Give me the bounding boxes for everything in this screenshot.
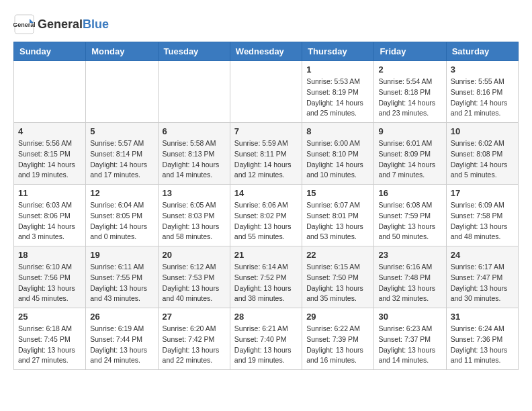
day-info: Sunrise: 6:03 AMSunset: 8:06 PMDaylight:…: [18, 200, 81, 242]
calendar-week-2: 4Sunrise: 5:56 AMSunset: 8:15 PMDaylight…: [14, 123, 519, 185]
header-wednesday: Wednesday: [230, 42, 302, 61]
calendar-cell: 18Sunrise: 6:10 AMSunset: 7:56 PMDayligh…: [14, 246, 86, 308]
calendar-cell: 14Sunrise: 6:06 AMSunset: 8:02 PMDayligh…: [230, 185, 302, 246]
calendar-cell: 12Sunrise: 6:04 AMSunset: 8:05 PMDayligh…: [86, 185, 158, 246]
day-number: 15: [306, 188, 369, 198]
calendar-cell: 24Sunrise: 6:17 AMSunset: 7:47 PMDayligh…: [446, 246, 518, 308]
calendar-cell: 29Sunrise: 6:22 AMSunset: 7:39 PMDayligh…: [302, 308, 374, 370]
calendar-cell: 22Sunrise: 6:15 AMSunset: 7:50 PMDayligh…: [302, 246, 374, 308]
day-info: Sunrise: 6:11 AMSunset: 7:55 PMDaylight:…: [90, 262, 153, 304]
calendar-cell: 19Sunrise: 6:11 AMSunset: 7:55 PMDayligh…: [86, 246, 158, 308]
calendar-cell: [14, 61, 86, 123]
header-tuesday: Tuesday: [158, 42, 230, 61]
day-number: 7: [234, 126, 298, 136]
calendar-cell: 13Sunrise: 6:05 AMSunset: 8:03 PMDayligh…: [158, 185, 230, 246]
calendar-header-row: SundayMondayTuesdayWednesdayThursdayFrid…: [14, 42, 519, 61]
logo: General GeneralBlue: [13, 13, 109, 35]
day-info: Sunrise: 5:58 AMSunset: 8:13 PMDaylight:…: [163, 138, 226, 181]
day-info: Sunrise: 5:56 AMSunset: 8:15 PMDaylight:…: [18, 138, 81, 181]
day-number: 25: [18, 312, 81, 322]
day-number: 24: [451, 250, 514, 260]
calendar-cell: 2Sunrise: 5:54 AMSunset: 8:18 PMDaylight…: [374, 61, 446, 123]
calendar-cell: [86, 61, 158, 123]
day-info: Sunrise: 5:57 AMSunset: 8:14 PMDaylight:…: [90, 138, 153, 181]
day-number: 23: [378, 250, 441, 260]
day-number: 17: [451, 188, 514, 198]
day-info: Sunrise: 6:23 AMSunset: 7:37 PMDaylight:…: [378, 324, 441, 366]
day-info: Sunrise: 6:04 AMSunset: 8:05 PMDaylight:…: [90, 200, 153, 242]
calendar-week-5: 25Sunrise: 6:18 AMSunset: 7:45 PMDayligh…: [14, 308, 519, 370]
day-number: 11: [18, 188, 81, 198]
day-info: Sunrise: 5:54 AMSunset: 8:18 PMDaylight:…: [378, 77, 441, 119]
calendar-week-1: 1Sunrise: 5:53 AMSunset: 8:19 PMDaylight…: [14, 61, 519, 123]
calendar-cell: 23Sunrise: 6:16 AMSunset: 7:48 PMDayligh…: [374, 246, 446, 308]
calendar-cell: 30Sunrise: 6:23 AMSunset: 7:37 PMDayligh…: [374, 308, 446, 370]
calendar-cell: 26Sunrise: 6:19 AMSunset: 7:44 PMDayligh…: [86, 308, 158, 370]
day-info: Sunrise: 6:00 AMSunset: 8:10 PMDaylight:…: [306, 138, 369, 181]
day-number: 13: [163, 188, 226, 198]
day-number: 21: [234, 250, 298, 260]
day-number: 28: [234, 312, 298, 322]
day-info: Sunrise: 6:21 AMSunset: 7:40 PMDaylight:…: [234, 324, 298, 366]
calendar-cell: 31Sunrise: 6:24 AMSunset: 7:36 PMDayligh…: [446, 308, 518, 370]
day-number: 31: [451, 312, 514, 322]
header-saturday: Saturday: [446, 42, 518, 61]
calendar-cell: 3Sunrise: 5:55 AMSunset: 8:16 PMDaylight…: [446, 61, 518, 123]
day-number: 14: [234, 188, 298, 198]
day-number: 2: [378, 64, 441, 75]
day-info: Sunrise: 6:12 AMSunset: 7:53 PMDaylight:…: [163, 262, 226, 304]
day-info: Sunrise: 6:01 AMSunset: 8:09 PMDaylight:…: [378, 138, 441, 181]
day-info: Sunrise: 5:55 AMSunset: 8:16 PMDaylight:…: [451, 77, 514, 119]
day-number: 3: [451, 64, 514, 75]
calendar-cell: 4Sunrise: 5:56 AMSunset: 8:15 PMDaylight…: [14, 123, 86, 185]
day-info: Sunrise: 6:09 AMSunset: 7:58 PMDaylight:…: [451, 200, 514, 242]
calendar-cell: 1Sunrise: 5:53 AMSunset: 8:19 PMDaylight…: [302, 61, 374, 123]
day-info: Sunrise: 6:10 AMSunset: 7:56 PMDaylight:…: [18, 262, 81, 304]
day-number: 30: [378, 312, 441, 322]
day-info: Sunrise: 6:24 AMSunset: 7:36 PMDaylight:…: [451, 324, 514, 366]
day-info: Sunrise: 6:19 AMSunset: 7:44 PMDaylight:…: [90, 324, 153, 366]
calendar-cell: 8Sunrise: 6:00 AMSunset: 8:10 PMDaylight…: [302, 123, 374, 185]
day-info: Sunrise: 6:17 AMSunset: 7:47 PMDaylight:…: [451, 262, 514, 304]
calendar-week-3: 11Sunrise: 6:03 AMSunset: 8:06 PMDayligh…: [14, 185, 519, 246]
calendar-cell: 28Sunrise: 6:21 AMSunset: 7:40 PMDayligh…: [230, 308, 302, 370]
day-info: Sunrise: 6:05 AMSunset: 8:03 PMDaylight:…: [163, 200, 226, 242]
page-header: General GeneralBlue: [13, 13, 519, 35]
day-info: Sunrise: 6:14 AMSunset: 7:52 PMDaylight:…: [234, 262, 298, 304]
day-info: Sunrise: 6:07 AMSunset: 8:01 PMDaylight:…: [306, 200, 369, 242]
calendar-cell: 6Sunrise: 5:58 AMSunset: 8:13 PMDaylight…: [158, 123, 230, 185]
calendar-cell: 25Sunrise: 6:18 AMSunset: 7:45 PMDayligh…: [14, 308, 86, 370]
day-number: 20: [163, 250, 226, 260]
header-monday: Monday: [86, 42, 158, 61]
calendar-table: SundayMondayTuesdayWednesdayThursdayFrid…: [13, 42, 519, 370]
day-info: Sunrise: 6:08 AMSunset: 7:59 PMDaylight:…: [378, 200, 441, 242]
day-number: 10: [451, 126, 514, 136]
day-number: 16: [378, 188, 441, 198]
day-info: Sunrise: 5:59 AMSunset: 8:11 PMDaylight:…: [234, 138, 298, 181]
day-number: 5: [90, 126, 153, 136]
day-number: 8: [306, 126, 369, 136]
day-info: Sunrise: 6:15 AMSunset: 7:50 PMDaylight:…: [306, 262, 369, 304]
calendar-cell: [158, 61, 230, 123]
day-info: Sunrise: 5:53 AMSunset: 8:19 PMDaylight:…: [306, 77, 369, 119]
calendar-cell: 20Sunrise: 6:12 AMSunset: 7:53 PMDayligh…: [158, 246, 230, 308]
day-number: 22: [306, 250, 369, 260]
calendar-cell: 7Sunrise: 5:59 AMSunset: 8:11 PMDaylight…: [230, 123, 302, 185]
logo-general: GeneralBlue: [38, 17, 109, 32]
calendar-cell: 27Sunrise: 6:20 AMSunset: 7:42 PMDayligh…: [158, 308, 230, 370]
day-number: 12: [90, 188, 153, 198]
calendar-cell: 11Sunrise: 6:03 AMSunset: 8:06 PMDayligh…: [14, 185, 86, 246]
day-number: 9: [378, 126, 441, 136]
calendar-cell: 17Sunrise: 6:09 AMSunset: 7:58 PMDayligh…: [446, 185, 518, 246]
day-number: 19: [90, 250, 153, 260]
day-number: 29: [306, 312, 369, 322]
day-number: 26: [90, 312, 153, 322]
calendar-cell: 9Sunrise: 6:01 AMSunset: 8:09 PMDaylight…: [374, 123, 446, 185]
calendar-cell: 21Sunrise: 6:14 AMSunset: 7:52 PMDayligh…: [230, 246, 302, 308]
header-friday: Friday: [374, 42, 446, 61]
day-info: Sunrise: 6:06 AMSunset: 8:02 PMDaylight:…: [234, 200, 298, 242]
day-number: 1: [306, 64, 369, 75]
day-info: Sunrise: 6:18 AMSunset: 7:45 PMDaylight:…: [18, 324, 81, 366]
day-info: Sunrise: 6:20 AMSunset: 7:42 PMDaylight:…: [163, 324, 226, 366]
day-info: Sunrise: 6:02 AMSunset: 8:08 PMDaylight:…: [451, 138, 514, 181]
